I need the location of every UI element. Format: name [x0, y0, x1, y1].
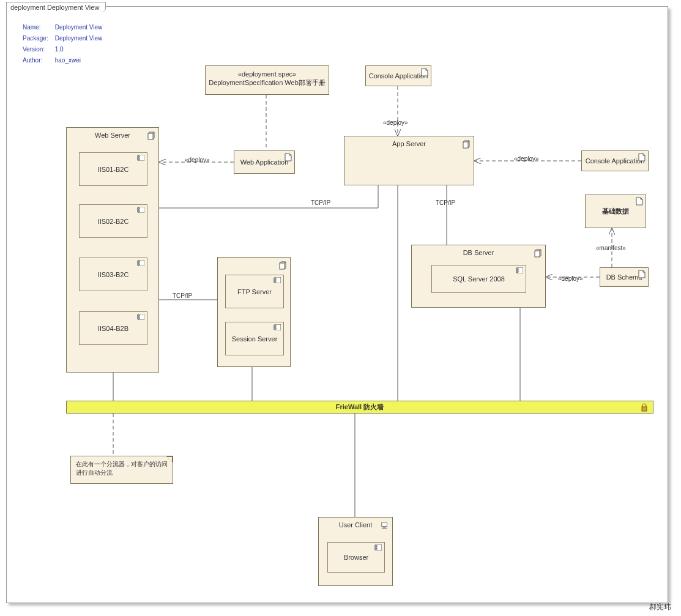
db-schema[interactable]: DB Schema — [600, 267, 649, 287]
svg-rect-14 — [280, 263, 285, 269]
component-icon — [516, 267, 523, 273]
db-schema-label: DB Schema — [606, 273, 642, 281]
svg-rect-12 — [137, 317, 140, 319]
artifact-icon — [638, 270, 646, 278]
tcpip-label-1: TCP/IP — [311, 199, 330, 206]
console-app-right-label: Console Application — [586, 157, 645, 165]
web-server-label: Web Server — [67, 128, 158, 139]
component-icon — [274, 324, 281, 330]
ftp-server[interactable]: FTP Server — [225, 275, 284, 308]
firewall[interactable]: FrieWall 防火墙 — [66, 401, 653, 414]
svg-rect-3 — [137, 158, 140, 160]
deploy-label-console2: «deploy» — [514, 155, 539, 162]
session-server-label: Session Server — [232, 335, 278, 343]
component-icon — [274, 277, 281, 283]
meta-author-label: Author: — [22, 56, 53, 65]
node-icon — [534, 249, 541, 258]
sql-server-label: SQL Server 2008 — [453, 275, 505, 283]
deployment-spec-stereo: «deployment spec» — [208, 70, 326, 78]
svg-rect-20 — [274, 328, 276, 329]
deploy-label-dbschema: «deploy» — [558, 275, 583, 282]
firewall-label: FrieWall 防火墙 — [336, 403, 384, 412]
deployment-spec-name: DeploymentSpecification Web部署手册 — [208, 78, 326, 87]
console-app-right[interactable]: Console Application — [581, 150, 649, 171]
db-server-label: DB Server — [412, 245, 545, 256]
svg-rect-2 — [137, 156, 140, 157]
iis01[interactable]: IIS01-B2C — [79, 152, 147, 186]
iis04[interactable]: IIS04-B2B — [79, 311, 147, 345]
artifact-icon — [285, 153, 292, 161]
svg-rect-11 — [137, 315, 140, 316]
meta-version-label: Version: — [22, 45, 53, 54]
iis03-label: IIS03-B2C — [98, 271, 129, 278]
artifact-icon — [421, 68, 428, 76]
svg-rect-6 — [137, 210, 140, 212]
node-icon — [279, 261, 286, 270]
iis03[interactable]: IIS03-B2C — [79, 258, 147, 291]
deploy-label-web: «deploy» — [185, 157, 210, 163]
tcpip-label-3: TCP/IP — [173, 292, 192, 299]
svg-rect-27 — [383, 527, 386, 528]
component-icon — [137, 314, 144, 320]
note[interactable]: 在此有一个分流器，对客户的访问进行自动分流 — [70, 456, 173, 484]
web-server-node[interactable]: Web Server IIS01-B2C IIS02-B2C IIS03-B2C… — [66, 127, 159, 373]
node-icon — [463, 140, 470, 149]
frame-title-tab: deployment Deployment View — [6, 2, 106, 12]
note-text: 在此有一个分流器，对客户的访问进行自动分流 — [76, 461, 168, 476]
iis02[interactable]: IIS02-B2C — [79, 204, 147, 238]
tcpip-label-2: TCP/IP — [436, 199, 455, 206]
meta-author-value: hao_xwei — [54, 56, 108, 65]
svg-rect-9 — [137, 264, 140, 265]
svg-rect-28 — [382, 528, 387, 529]
meta-package-label: Package: — [22, 34, 53, 43]
svg-rect-21 — [535, 251, 540, 257]
meta-package-value: Deployment View — [54, 34, 108, 43]
user-client-node[interactable]: User Client Browser — [318, 517, 393, 586]
app-server-label: App Server — [344, 136, 474, 147]
svg-rect-8 — [137, 261, 140, 262]
app-server-node[interactable]: App Server — [344, 136, 474, 185]
console-app-top-label: Console Application — [369, 72, 428, 80]
web-application-label: Web Application — [240, 158, 289, 166]
meta-name-label: Name: — [22, 23, 53, 32]
artifact-icon — [636, 197, 643, 206]
svg-rect-0 — [148, 133, 153, 139]
svg-rect-23 — [516, 269, 518, 270]
ftp-session-node[interactable]: FTP Server Session Server — [217, 257, 291, 367]
base-data[interactable]: 基础数据 — [585, 195, 646, 228]
deployment-spec[interactable]: «deployment spec» DeploymentSpecificatio… — [205, 65, 329, 95]
deploy-label-console1: «deploy» — [383, 119, 408, 126]
node-icon — [147, 132, 155, 140]
svg-rect-25 — [642, 407, 647, 411]
meta-name-value: Deployment View — [54, 23, 108, 32]
console-app-top[interactable]: Console Application — [365, 65, 431, 86]
svg-rect-16 — [274, 278, 276, 280]
browser[interactable]: Browser — [327, 542, 385, 573]
session-server[interactable]: Session Server — [225, 322, 284, 355]
web-application[interactable]: Web Application — [234, 150, 295, 174]
svg-rect-13 — [463, 142, 468, 148]
svg-rect-24 — [516, 271, 518, 272]
author-mark: 郝宪玮 — [649, 602, 671, 612]
iis02-label: IIS02-B2C — [98, 218, 129, 225]
frame-title: deployment Deployment View — [10, 4, 99, 11]
iis01-label: IIS01-B2C — [98, 166, 129, 173]
manifest-label: «manifest» — [596, 245, 626, 251]
sql-server[interactable]: SQL Server 2008 — [431, 265, 526, 293]
meta-block: Name:Deployment View Package:Deployment … — [21, 21, 108, 67]
svg-rect-31 — [374, 548, 377, 549]
svg-rect-26 — [382, 522, 387, 527]
component-icon — [137, 155, 144, 161]
browser-label: Browser — [344, 554, 368, 561]
component-icon — [137, 260, 144, 266]
meta-version-value: 1.0 — [54, 45, 108, 54]
db-server-node[interactable]: DB Server SQL Server 2008 — [411, 245, 546, 308]
lock-icon — [641, 403, 648, 412]
pc-icon — [381, 521, 389, 530]
deployment-spec-label: «deployment spec» DeploymentSpecificatio… — [206, 66, 329, 91]
component-icon — [374, 544, 382, 551]
ftp-server-label: FTP Server — [237, 288, 272, 295]
svg-rect-17 — [274, 281, 276, 282]
base-data-label: 基础数据 — [602, 207, 629, 216]
iis04-label: IIS04-B2B — [98, 325, 128, 332]
